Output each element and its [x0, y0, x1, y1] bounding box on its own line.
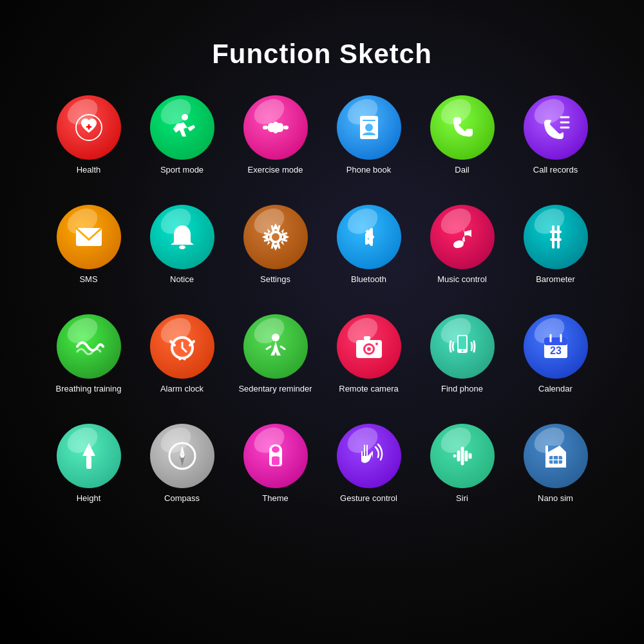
icon-circle-find-phone — [430, 314, 495, 379]
icon-circle-barometer — [524, 205, 588, 269]
icon-circle-height — [57, 424, 121, 488]
cell-calendar[interactable]: 23 Calendar — [514, 314, 598, 417]
label-find-phone: Find phone — [441, 384, 483, 395]
icon-circle-calendar: 23 — [524, 314, 588, 379]
label-sms: SMS — [79, 274, 97, 285]
svg-point-41 — [461, 350, 463, 352]
cell-nano-sim[interactable]: Nano sim — [514, 424, 598, 527]
icon-circle-music-control — [430, 205, 495, 269]
svg-point-53 — [272, 446, 279, 453]
svg-point-16 — [179, 245, 185, 249]
label-compass: Compass — [164, 493, 200, 504]
cell-dail[interactable]: Dail — [421, 95, 504, 198]
label-music-control: Music control — [437, 274, 487, 285]
icon-circle-breathing-training — [57, 314, 121, 379]
svg-point-19 — [273, 234, 278, 240]
label-height: Height — [77, 493, 101, 504]
svg-rect-8 — [274, 131, 278, 133]
svg-point-38 — [375, 343, 378, 345]
icon-circle-alarm-clock — [150, 314, 214, 379]
label-siri: Siri — [456, 493, 468, 504]
icon-circle-exercise-mode — [243, 95, 308, 160]
cell-call-records[interactable]: Call records — [514, 95, 598, 198]
icon-circle-sport-mode — [150, 95, 214, 160]
icon-circle-theme — [243, 424, 308, 488]
cell-theme[interactable]: Theme — [234, 424, 317, 527]
label-gesture-control: Gesture control — [340, 493, 397, 504]
svg-rect-7 — [274, 122, 278, 124]
icon-circle-siri — [430, 424, 495, 488]
page-title: Function Sketch — [212, 39, 432, 70]
cell-health[interactable]: Health — [47, 95, 131, 198]
svg-rect-6 — [268, 123, 283, 132]
label-nano-sim: Nano sim — [538, 493, 573, 504]
svg-rect-20 — [552, 225, 554, 249]
svg-rect-23 — [550, 238, 562, 241]
label-alarm-clock: Alarm clock — [160, 384, 204, 395]
label-sport-mode: Sport mode — [160, 165, 204, 176]
icon-circle-compass — [150, 424, 214, 488]
label-exercise-mode: Exercise mode — [248, 165, 303, 176]
label-notice: Notice — [170, 274, 194, 285]
svg-point-32 — [272, 334, 279, 341]
icon-circle-phone-book — [337, 95, 401, 160]
svg-point-3 — [182, 114, 188, 120]
svg-marker-47 — [82, 443, 95, 456]
icon-circle-health — [57, 95, 121, 160]
cell-phone-book[interactable]: Phone book — [327, 95, 411, 198]
cell-siri[interactable]: Siri — [421, 424, 504, 527]
cell-music-control[interactable]: Music control — [421, 205, 504, 308]
cell-breathing-training[interactable]: Breathing training — [47, 314, 131, 417]
cell-bluetooth[interactable]: Bluetooth — [327, 205, 411, 308]
cell-gesture-control[interactable]: Gesture control — [327, 424, 411, 527]
label-barometer: Barometer — [536, 274, 575, 285]
label-breathing-training: Breathing training — [56, 384, 122, 395]
svg-point-36 — [367, 347, 371, 351]
label-phone-book: Phone book — [346, 165, 391, 176]
svg-line-31 — [182, 358, 185, 359]
svg-rect-40 — [459, 336, 466, 349]
label-calendar: Calendar — [538, 384, 573, 395]
icon-circle-settings — [243, 205, 308, 269]
label-call-records: Call records — [533, 165, 578, 176]
cell-compass[interactable]: Compass — [140, 424, 224, 527]
cell-barometer[interactable]: Barometer — [514, 205, 598, 308]
label-dail: Dail — [455, 165, 469, 176]
cell-alarm-clock[interactable]: Alarm clock — [140, 314, 224, 417]
svg-rect-43 — [544, 337, 567, 345]
label-settings: Settings — [260, 274, 290, 285]
icon-circle-gesture-control — [337, 424, 401, 488]
svg-point-11 — [365, 124, 373, 131]
svg-rect-22 — [550, 231, 562, 233]
function-grid: Health Sport mode Exercise mode Phone bo… — [34, 95, 611, 527]
label-bluetooth: Bluetooth — [351, 274, 386, 285]
cell-exercise-mode[interactable]: Exercise mode — [234, 95, 317, 198]
label-sedentary-reminder: Sedentary reminder — [238, 384, 312, 395]
icon-circle-sedentary-reminder — [243, 314, 308, 379]
svg-rect-37 — [364, 336, 370, 340]
cell-sms[interactable]: SMS — [47, 205, 131, 308]
icon-circle-dail — [430, 95, 495, 160]
svg-point-52 — [180, 454, 184, 458]
cell-sedentary-reminder[interactable]: Sedentary reminder — [234, 314, 317, 417]
cell-height[interactable]: Height — [47, 424, 131, 527]
cell-sport-mode[interactable]: Sport mode — [140, 95, 224, 198]
cell-settings[interactable]: Settings — [234, 205, 317, 308]
cell-remote-camera[interactable]: Remote camera — [327, 314, 411, 417]
svg-rect-4 — [263, 126, 268, 129]
icon-circle-bluetooth — [337, 205, 401, 269]
svg-rect-48 — [86, 456, 91, 469]
cell-notice[interactable]: Notice — [140, 205, 224, 308]
icon-circle-notice — [150, 205, 214, 269]
icon-circle-call-records — [524, 95, 588, 160]
label-theme: Theme — [262, 493, 288, 504]
label-remote-camera: Remote camera — [339, 384, 398, 395]
label-health: Health — [77, 165, 101, 176]
svg-rect-10 — [363, 120, 375, 121]
svg-rect-21 — [557, 225, 560, 249]
icon-circle-sms — [57, 205, 121, 269]
svg-text:23: 23 — [550, 345, 562, 356]
cell-find-phone[interactable]: Find phone — [421, 314, 504, 417]
svg-rect-5 — [283, 126, 289, 129]
icon-circle-remote-camera — [337, 314, 401, 379]
